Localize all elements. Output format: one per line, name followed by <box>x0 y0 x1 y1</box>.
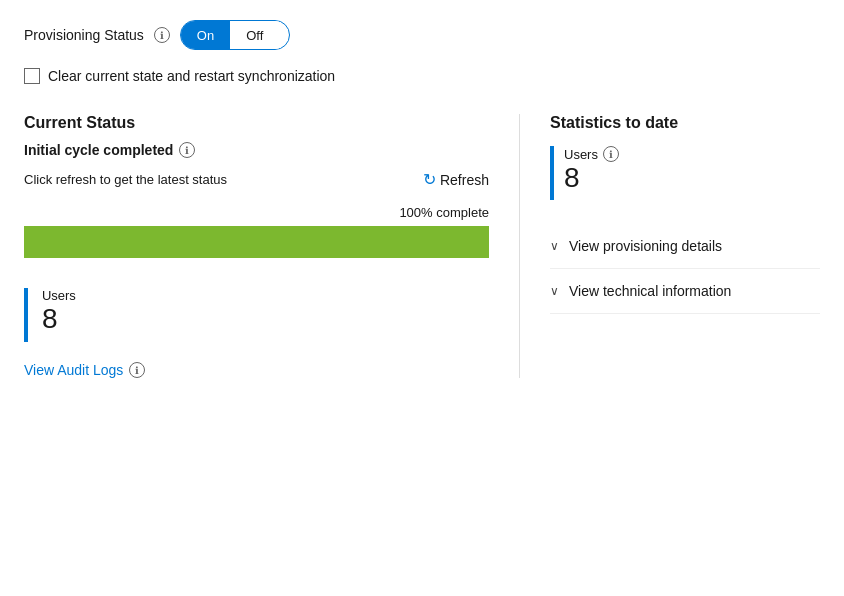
users-label: Users <box>42 288 76 303</box>
progress-bar-fill <box>24 226 489 258</box>
left-column: Current Status Initial cycle completed ℹ… <box>24 114 520 378</box>
technical-chevron-icon: ∨ <box>550 284 559 298</box>
view-provisioning-row[interactable]: ∨ View provisioning details <box>550 224 820 269</box>
right-column: Statistics to date Users ℹ 8 ∨ View prov… <box>520 114 820 378</box>
stats-bar-indicator <box>550 146 554 200</box>
audit-logs-row: View Audit Logs ℹ <box>24 362 489 378</box>
stats-users-info: Users ℹ 8 <box>564 146 619 192</box>
provisioning-chevron-icon: ∨ <box>550 239 559 253</box>
provisioning-info-icon[interactable]: ℹ <box>154 27 170 43</box>
refresh-icon: ↻ <box>423 170 436 189</box>
current-status-title: Current Status <box>24 114 489 132</box>
refresh-hint-text: Click refresh to get the latest status <box>24 172 227 187</box>
main-content: Current Status Initial cycle completed ℹ… <box>24 114 820 378</box>
audit-logs-link[interactable]: View Audit Logs <box>24 362 123 378</box>
refresh-row: Click refresh to get the latest status ↻… <box>24 170 489 189</box>
users-label-row: Users <box>42 288 76 303</box>
stats-title: Statistics to date <box>550 114 820 132</box>
clear-state-label: Clear current state and restart synchron… <box>48 68 335 84</box>
stats-users-label-row: Users ℹ <box>564 146 619 162</box>
left-users-section: Users 8 <box>24 288 489 342</box>
refresh-button[interactable]: ↻ Refresh <box>423 170 489 189</box>
clear-state-checkbox[interactable] <box>24 68 40 84</box>
provisioning-toggle[interactable]: On Off <box>180 20 290 50</box>
view-technical-row[interactable]: ∨ View technical information <box>550 269 820 314</box>
view-provisioning-label: View provisioning details <box>569 238 722 254</box>
provisioning-status-row: Provisioning Status ℹ On Off <box>24 20 820 50</box>
users-info: Users 8 <box>42 288 76 333</box>
progress-bar <box>24 226 489 258</box>
progress-label: 100% complete <box>24 205 489 220</box>
stats-users-count: 8 <box>564 164 619 192</box>
refresh-label: Refresh <box>440 172 489 188</box>
stats-users-info-icon[interactable]: ℹ <box>603 146 619 162</box>
users-count: 8 <box>42 305 76 333</box>
toggle-on-button[interactable]: On <box>181 21 230 49</box>
stats-users-label: Users <box>564 147 598 162</box>
audit-logs-info-icon[interactable]: ℹ <box>129 362 145 378</box>
provisioning-status-label: Provisioning Status <box>24 27 144 43</box>
initial-cycle-text: Initial cycle completed <box>24 142 173 158</box>
initial-cycle-row: Initial cycle completed ℹ <box>24 142 489 158</box>
toggle-off-button[interactable]: Off <box>230 21 279 49</box>
clear-state-checkbox-row: Clear current state and restart synchron… <box>24 68 820 84</box>
view-technical-label: View technical information <box>569 283 731 299</box>
users-bar-indicator <box>24 288 28 342</box>
stats-users-section: Users ℹ 8 <box>550 146 820 200</box>
initial-cycle-info-icon[interactable]: ℹ <box>179 142 195 158</box>
